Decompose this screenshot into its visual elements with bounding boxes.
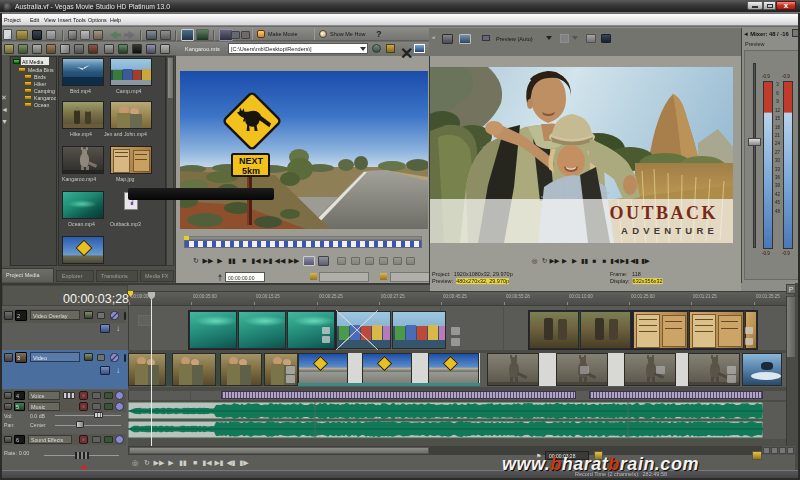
svg-text:5km: 5km bbox=[242, 166, 260, 176]
svg-text:NEXT: NEXT bbox=[239, 156, 264, 166]
svg-text:ADVENTURE: ADVENTURE bbox=[621, 225, 718, 236]
svg-text:OUTBACK: OUTBACK bbox=[609, 203, 718, 223]
